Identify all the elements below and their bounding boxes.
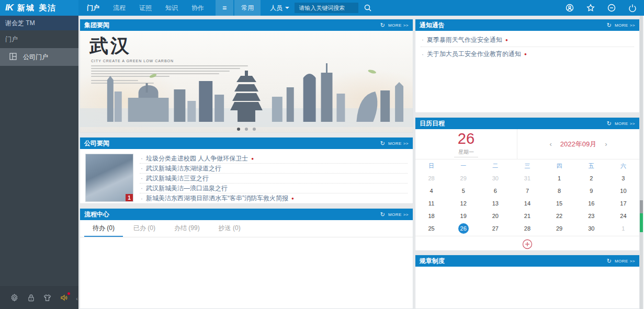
- help-icon[interactable]: [607, 4, 616, 12]
- news-item[interactable]: ·新城美洁东西湖项目部洒水车“客串”消防车救火简报●: [140, 193, 408, 203]
- notices-more-button[interactable]: ↻ MORE >>: [607, 22, 635, 28]
- prev-month-button[interactable]: ‹: [549, 140, 551, 148]
- calendar-day[interactable]: 17: [607, 197, 639, 210]
- refresh-icon[interactable]: ↻: [607, 258, 612, 264]
- apps-menu-button[interactable]: ≡: [216, 0, 233, 16]
- calendar-day[interactable]: 22: [544, 210, 575, 222]
- calendar-day[interactable]: 24: [607, 210, 639, 222]
- calendar-day[interactable]: 29: [447, 172, 479, 185]
- search-scope-dropdown[interactable]: 人员: [270, 4, 289, 13]
- calendar-day[interactable]: 10: [607, 185, 639, 197]
- calendar-day[interactable]: 28: [511, 222, 543, 235]
- bullet-icon: ·: [141, 155, 143, 162]
- calendar-day[interactable]: 7: [511, 185, 543, 197]
- month-label[interactable]: 2022年09月: [560, 140, 596, 149]
- calendar-day[interactable]: 15: [544, 197, 575, 210]
- topbar: IK 新城 美洁 门户流程证照知识协作 ≡ 常用 人员: [0, 0, 644, 16]
- calendar-day[interactable]: 31: [511, 172, 543, 185]
- process-center-more-button[interactable]: ↻ MORE >>: [380, 212, 409, 218]
- settings-gear-icon[interactable]: [10, 293, 19, 302]
- carousel-dot[interactable]: [253, 128, 256, 131]
- search-icon[interactable]: [364, 4, 372, 12]
- process-tab[interactable]: 抄送 (0): [210, 220, 249, 237]
- sidebar-item-company-portal[interactable]: 公司门户: [0, 48, 78, 66]
- calendar-day[interactable]: 21: [511, 210, 543, 222]
- sidebar-section-portal[interactable]: 门户: [0, 30, 78, 48]
- news-item[interactable]: ·垃圾分类走进校园 人人争做环保卫士●: [140, 154, 408, 164]
- theme-shirt-icon[interactable]: [43, 293, 52, 302]
- calendar-day[interactable]: 27: [479, 222, 511, 235]
- refresh-icon[interactable]: ↻: [607, 22, 612, 28]
- favorites-star-icon[interactable]: [586, 4, 595, 12]
- search-input[interactable]: [295, 3, 358, 13]
- process-tab[interactable]: 办结 (99): [166, 220, 208, 237]
- calendar-day[interactable]: 29: [544, 222, 575, 235]
- process-tab[interactable]: 已办 (0): [125, 220, 164, 237]
- lock-icon[interactable]: [27, 293, 36, 302]
- calendar-day[interactable]: 8: [544, 185, 575, 197]
- news-carousel-banner[interactable]: 武汉 CITY CREATE A GREEN LOW CARBON: [80, 31, 413, 132]
- bullet-icon: ·: [422, 51, 424, 58]
- hamburger-icon: ≡: [222, 4, 227, 12]
- calendar-day[interactable]: 2: [575, 172, 607, 185]
- calendar-day[interactable]: 14: [511, 197, 543, 210]
- news-item[interactable]: ·关于加大员工安全作业教育的通知●: [421, 47, 634, 61]
- refresh-icon[interactable]: ↻: [607, 121, 612, 127]
- calendar-more-button[interactable]: ↻ MORE >>: [607, 121, 635, 127]
- calendar-day[interactable]: 23: [575, 210, 607, 222]
- calendar-day[interactable]: 11: [415, 197, 447, 210]
- news-item[interactable]: ·武汉新城美洁三亚之行: [140, 174, 408, 184]
- calendar-day[interactable]: 16: [575, 197, 607, 210]
- search-area: 人员: [270, 3, 372, 13]
- calendar-day[interactable]: 26: [447, 222, 479, 235]
- nav-item[interactable]: 门户: [87, 4, 99, 13]
- calendar-day[interactable]: 28: [415, 172, 447, 185]
- nav-item[interactable]: 协作: [191, 4, 204, 13]
- rules-more-button[interactable]: ↻ MORE >>: [607, 258, 635, 264]
- group-news-more-button[interactable]: ↻ MORE >>: [380, 22, 409, 28]
- nav-item[interactable]: 证照: [139, 4, 152, 13]
- news-thumbnail[interactable]: 1: [85, 154, 133, 202]
- nav-item[interactable]: 流程: [113, 4, 126, 13]
- refresh-icon[interactable]: ↻: [380, 141, 385, 146]
- add-event-button[interactable]: [522, 239, 533, 249]
- company-news-more-button[interactable]: ↻ MORE >>: [380, 141, 409, 146]
- calendar-day[interactable]: 30: [575, 222, 607, 235]
- city-skyline-graphic: [80, 60, 413, 127]
- calendar-day[interactable]: 9: [575, 185, 607, 197]
- quick-menu: ≡ 常用: [216, 0, 261, 16]
- app-logo[interactable]: IK 新城 美洁: [0, 0, 78, 16]
- news-item[interactable]: ·夏季暴雨天气作业安全通知●: [421, 33, 634, 47]
- calendar-day[interactable]: 1: [544, 172, 575, 185]
- next-month-button[interactable]: ›: [605, 140, 607, 148]
- news-item[interactable]: ·武汉新城美洁—浪口温泉之行: [140, 184, 408, 193]
- refresh-icon[interactable]: ↻: [380, 212, 385, 218]
- logout-power-icon[interactable]: [628, 4, 637, 12]
- calendar-day[interactable]: 3: [607, 172, 639, 185]
- announcement-speaker-icon[interactable]: [60, 293, 69, 302]
- carousel-dot[interactable]: [245, 128, 248, 131]
- carousel-dot[interactable]: [237, 128, 240, 131]
- process-tab[interactable]: 待办 (0): [84, 220, 123, 237]
- calendar-day[interactable]: 20: [479, 210, 511, 222]
- nav-item[interactable]: 知识: [165, 4, 178, 13]
- sidebar-user[interactable]: 谢会芝 TM: [0, 16, 78, 30]
- news-item[interactable]: ·武汉新城美洁东湖绿道之行: [140, 164, 408, 174]
- calendar-day[interactable]: 30: [479, 172, 511, 185]
- calendar-day[interactable]: 12: [447, 197, 479, 210]
- calendar-day[interactable]: 6: [479, 185, 511, 197]
- calendar-day[interactable]: 4: [415, 185, 447, 197]
- calendar-day[interactable]: 19: [447, 210, 479, 222]
- sidebar-footer: [0, 286, 78, 309]
- common-use-button[interactable]: 常用: [234, 0, 261, 16]
- calendar-day[interactable]: 25: [415, 222, 447, 235]
- banner-title: 武汉: [89, 36, 131, 55]
- calendar-day[interactable]: 13: [479, 197, 511, 210]
- calendar-day[interactable]: 5: [447, 185, 479, 197]
- profile-icon[interactable]: [566, 4, 574, 12]
- calendar-day[interactable]: 1: [607, 222, 639, 235]
- panel-title: 公司要闻: [84, 139, 109, 148]
- calendar-day[interactable]: 18: [415, 210, 447, 222]
- refresh-icon[interactable]: ↻: [380, 22, 385, 28]
- sidebar-collapse-arrow[interactable]: ‹: [76, 295, 78, 302]
